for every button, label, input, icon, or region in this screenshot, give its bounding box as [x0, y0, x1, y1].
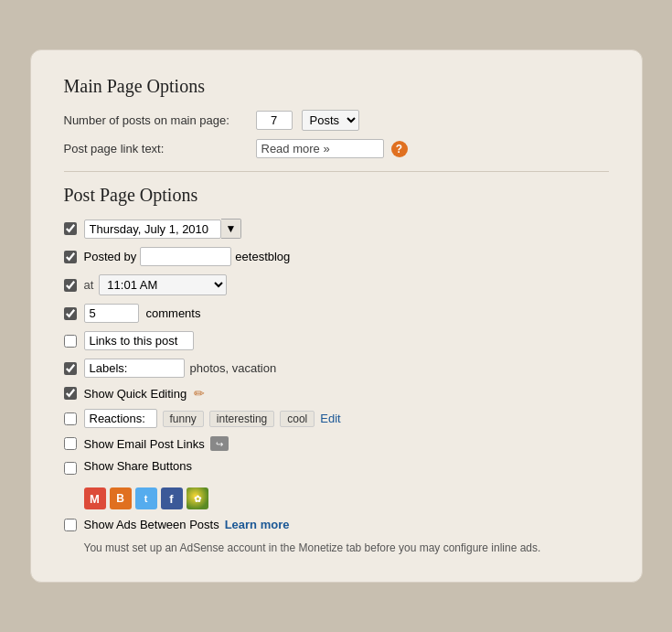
- links-checkbox[interactable]: [64, 335, 77, 348]
- ads-row: Show Ads Between Posts Learn more: [64, 518, 609, 531]
- at-wrap: at 11:01 AM 11:00 AM 10:59 AM: [84, 274, 228, 295]
- email-label: Show Email Post Links: [84, 437, 205, 451]
- post-page-section: Post Page Options ▼ Posted by eetestblog…: [64, 185, 609, 556]
- reaction-tag-cool: cool: [280, 411, 315, 427]
- num-posts-label: Number of posts on main page:: [64, 113, 247, 127]
- links-input[interactable]: [84, 331, 194, 350]
- post-link-row: Post page link text: ?: [64, 139, 609, 158]
- help-icon[interactable]: ?: [391, 141, 408, 157]
- twitter-icon[interactable]: t: [135, 487, 157, 509]
- email-wrap: Show Email Post Links ↪: [84, 436, 229, 451]
- posted-by-checkbox[interactable]: [64, 251, 77, 263]
- reaction-tag-funny: funny: [163, 411, 204, 427]
- time-select[interactable]: 11:01 AM 11:00 AM 10:59 AM: [99, 274, 227, 295]
- learn-more-link[interactable]: Learn more: [225, 518, 290, 531]
- at-checkbox[interactable]: [64, 279, 77, 292]
- num-posts-row: Number of posts on main page: Posts Days: [64, 110, 609, 131]
- main-page-title: Main Page Options: [64, 76, 609, 97]
- at-row: at 11:01 AM 11:00 AM 10:59 AM: [64, 274, 609, 295]
- facebook-icon[interactable]: f: [161, 487, 183, 509]
- date-row: ▼: [64, 219, 609, 239]
- posted-by-input[interactable]: [140, 247, 231, 266]
- settings-panel: Main Page Options Number of posts on mai…: [30, 49, 643, 583]
- blog-name: eetestblog: [235, 250, 290, 263]
- divider: [64, 171, 609, 172]
- posted-by-wrap: Posted by eetestblog: [84, 247, 291, 266]
- ads-label: Show Ads Between Posts: [84, 518, 219, 531]
- links-row: [64, 331, 609, 350]
- post-link-label: Post page link text:: [64, 142, 247, 155]
- share-label: Show Share Buttons: [84, 459, 193, 473]
- gmail-icon[interactable]: M: [84, 487, 106, 509]
- posts-type-select[interactable]: Posts Days: [302, 110, 359, 131]
- read-more-wrap: ?: [256, 139, 408, 158]
- labels-input[interactable]: [84, 359, 185, 378]
- reaction-tag-interesting: interesting: [209, 411, 274, 427]
- share-checkbox[interactable]: [64, 462, 77, 475]
- email-forward-icon: ↪: [210, 436, 229, 451]
- comments-row: comments: [64, 304, 609, 323]
- labels-row: photos, vacation: [64, 359, 609, 378]
- pencil-icon: ✏: [194, 386, 205, 401]
- date-select-wrap: ▼: [84, 219, 242, 239]
- reactions-checkbox[interactable]: [64, 412, 77, 425]
- blogger-icon[interactable]: B: [110, 487, 132, 509]
- labels-display: photos, vacation: [190, 361, 277, 375]
- quick-editing-checkbox[interactable]: [64, 387, 77, 400]
- date-input[interactable]: [84, 220, 221, 239]
- at-label: at: [84, 278, 94, 292]
- post-page-title: Post Page Options: [64, 185, 609, 206]
- posted-by-label: Posted by: [84, 250, 137, 263]
- ads-checkbox[interactable]: [64, 519, 77, 531]
- reactions-input[interactable]: [84, 409, 157, 428]
- posted-by-row: Posted by eetestblog: [64, 247, 609, 266]
- comments-label: comments: [146, 306, 201, 320]
- email-checkbox[interactable]: [64, 437, 77, 450]
- date-dropdown-btn[interactable]: ▼: [221, 219, 242, 239]
- comments-checkbox[interactable]: [64, 307, 77, 320]
- labels-wrap: photos, vacation: [84, 359, 277, 378]
- post-link-input[interactable]: [256, 139, 384, 158]
- quick-editing-label: Show Quick Editing: [84, 387, 187, 401]
- ads-description: You must set up an AdSense account in th…: [84, 540, 609, 556]
- date-checkbox[interactable]: [64, 222, 77, 235]
- quick-editing-row: Show Quick Editing ✏: [64, 386, 609, 401]
- labels-checkbox[interactable]: [64, 362, 77, 375]
- num-posts-input[interactable]: [256, 111, 293, 130]
- reactions-row: funny interesting cool Edit: [64, 409, 609, 428]
- share-row: Show Share Buttons M B t f ✿: [64, 459, 609, 509]
- reactions-edit-link[interactable]: Edit: [320, 412, 340, 425]
- comments-input[interactable]: [84, 304, 139, 323]
- reactions-wrap: funny interesting cool Edit: [84, 409, 341, 428]
- ads-wrap: Show Ads Between Posts Learn more: [84, 518, 290, 531]
- email-row: Show Email Post Links ↪: [64, 436, 609, 451]
- buzz-icon[interactable]: ✿: [187, 487, 208, 509]
- share-icons-group: M B t f ✿: [84, 487, 208, 509]
